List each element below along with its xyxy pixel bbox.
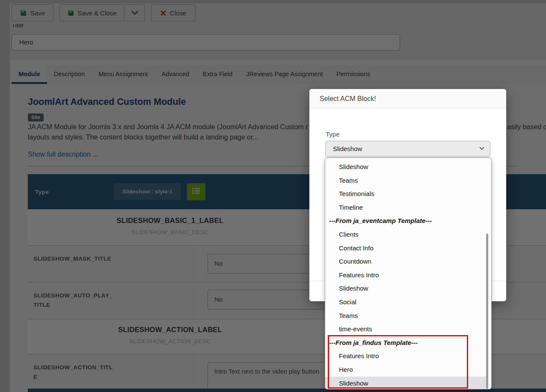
dropdown-option[interactable]: Slideshow [325, 282, 491, 295]
dropdown-option[interactable]: Countdown [325, 255, 491, 268]
dropdown-option-highlighted[interactable]: Slideshow [325, 377, 486, 390]
dropdown-option[interactable]: Clients [325, 228, 491, 241]
dropdown-option[interactable]: Contact Info [325, 241, 491, 255]
modal-header: Select ACM Block! [309, 89, 506, 108]
dropdown-option[interactable]: Teams [325, 174, 491, 187]
dropdown-option[interactable]: Testimonials [325, 187, 491, 201]
acm-type-dropdown-list: Slideshow Teams Testimonials Timeline --… [325, 157, 492, 389]
screenshot-stage: Save Save & Close Close Title Hero Modul… [0, 0, 546, 392]
dropdown-group-label: ---From ja_eventcamp Template--- [325, 214, 491, 228]
dropdown-option[interactable]: Timeline [325, 201, 491, 214]
type-field-label: Type [326, 131, 340, 138]
dropdown-option[interactable]: Hero [325, 363, 491, 377]
dropdown-option[interactable]: Slideshow [325, 160, 491, 174]
dropdown-scrollbar-thumb[interactable] [486, 234, 488, 389]
dropdown-group-label: ---From ja_findus Template--- [325, 336, 491, 350]
dropdown-option[interactable]: Features Intro [325, 268, 491, 282]
dropdown-option[interactable]: Teams [325, 309, 491, 323]
dropdown-option[interactable]: Features Intro [325, 349, 491, 363]
acm-type-select[interactable]: Slideshow [325, 141, 490, 157]
dropdown-option[interactable]: time-events [325, 322, 491, 336]
dropdown-option[interactable]: Social [325, 295, 491, 309]
acm-type-select-value: Slideshow [333, 145, 362, 152]
modal-title: Select ACM Block! [320, 95, 376, 102]
chevron-down-icon [479, 147, 484, 150]
